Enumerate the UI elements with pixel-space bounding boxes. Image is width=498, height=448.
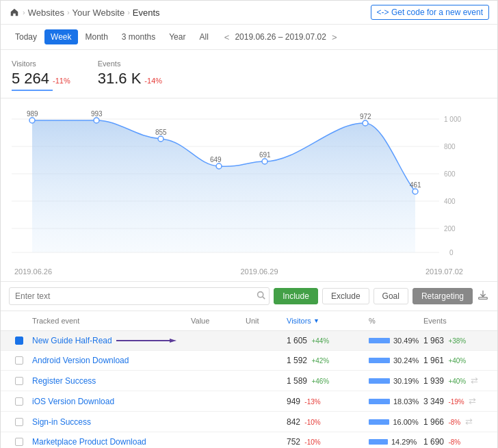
row-value <box>188 358 243 363</box>
pct-text: 14.29% <box>391 438 417 446</box>
row-checkbox-cell[interactable] <box>9 334 29 347</box>
time-btn-3months[interactable]: 3 months <box>116 29 161 44</box>
row-unit <box>243 399 284 404</box>
sep-2: › <box>67 8 70 16</box>
event-name-link[interactable]: Register Success <box>32 376 96 386</box>
svg-rect-28 <box>479 298 488 300</box>
svg-text:200: 200 <box>444 225 456 233</box>
time-filter-bar: Today Week Month 3 months Year All < 201… <box>1 25 497 50</box>
svg-text:461: 461 <box>410 181 421 189</box>
row-checkbox-cell[interactable] <box>9 354 29 367</box>
svg-point-18 <box>412 189 418 194</box>
row-event-name[interactable]: Android Version Download <box>29 353 188 368</box>
time-btn-month[interactable]: Month <box>79 29 114 44</box>
row-unit <box>243 378 284 384</box>
col-unit: Unit <box>243 315 284 327</box>
row-action-icon[interactable]: ⇄ <box>469 396 476 406</box>
row-checkbox-cell[interactable] <box>9 374 29 388</box>
row-events: 1 966 -8% ⇄ <box>421 414 489 430</box>
row-checkbox[interactable] <box>15 397 23 406</box>
sep-3: › <box>127 8 130 16</box>
search-input[interactable] <box>9 287 270 305</box>
svg-point-17 <box>363 120 368 126</box>
row-event-name[interactable]: New Guide Half-Read <box>29 333 188 348</box>
svg-text:1 000: 1 000 <box>444 116 461 123</box>
event-name-link[interactable]: New Guide Half-Read <box>32 336 112 345</box>
col-pct: % <box>366 315 421 327</box>
time-btn-year[interactable]: Year <box>163 29 192 44</box>
row-pct: 18.03% <box>366 395 421 408</box>
row-checkbox[interactable] <box>15 418 23 426</box>
row-value <box>188 399 243 404</box>
pct-bar <box>369 358 390 363</box>
row-event-name[interactable]: Sign-in Success <box>29 414 188 430</box>
visitors-value: 5 264 -11% <box>12 70 70 88</box>
row-action-icon[interactable]: ⇄ <box>465 417 473 427</box>
row-action-icon[interactable]: ⇄ <box>471 375 478 386</box>
breadcrumb-websites[interactable]: Websites <box>28 8 64 18</box>
svg-text:800: 800 <box>444 143 456 150</box>
row-checkbox-cell[interactable] <box>9 415 29 429</box>
svg-point-15 <box>216 163 222 169</box>
svg-text:989: 989 <box>27 110 38 118</box>
time-btn-week[interactable]: Week <box>44 29 77 44</box>
pct-bar <box>369 419 389 425</box>
goal-button[interactable]: Goal <box>374 288 408 304</box>
header: › Websites › Your Website › Events <-> G… <box>1 1 497 25</box>
breadcrumb-website[interactable]: Your Website <box>73 8 125 18</box>
row-checkbox-cell[interactable] <box>9 395 29 408</box>
row-pct: 30.49% <box>366 334 421 347</box>
row-visitors: 1 605 +44% <box>284 333 366 348</box>
col-visitors[interactable]: Visitors ▼ <box>284 315 366 327</box>
date-prev[interactable]: < <box>222 31 233 44</box>
exclude-button[interactable]: Exclude <box>322 288 369 304</box>
row-checkbox[interactable] <box>15 356 23 365</box>
time-btn-today[interactable]: Today <box>9 29 43 44</box>
row-event-name[interactable]: Register Success <box>29 373 188 388</box>
date-next[interactable]: > <box>329 31 340 44</box>
event-name-link[interactable]: Android Version Download <box>32 356 129 365</box>
include-button[interactable]: Include <box>274 288 318 304</box>
pct-bar <box>369 338 390 343</box>
date-range: < 2019.06.26 – 2019.07.02 > <box>222 31 340 44</box>
filter-bar: Include Exclude Goal Retargeting <box>1 282 497 311</box>
row-checkbox[interactable] <box>15 337 23 345</box>
row-checkbox[interactable] <box>15 438 23 446</box>
events-stat: Events 31.6 K -14% <box>98 60 162 91</box>
row-checkbox[interactable] <box>15 377 23 385</box>
pct-text: 16.00% <box>393 418 418 426</box>
table-row: Android Version Download 1 592 +42% 30.2… <box>1 351 497 371</box>
sep-1: › <box>23 8 25 16</box>
pct-text: 30.19% <box>393 377 418 385</box>
event-name-link[interactable]: Sign-in Success <box>32 417 91 427</box>
chart-date-1: 2019.06.26 <box>14 267 52 276</box>
time-btn-all[interactable]: All <box>193 29 214 44</box>
event-name-link[interactable]: Marketplace Product Download <box>32 437 146 447</box>
get-code-button[interactable]: <-> Get code for a new event <box>371 5 489 20</box>
row-unit <box>243 338 284 343</box>
visitors-label: Visitors <box>12 60 70 68</box>
visitors-change-badge: -10% <box>302 418 322 427</box>
event-name-link[interactable]: iOS Version Download <box>32 397 114 406</box>
events-change-badge: -8% <box>446 438 462 447</box>
row-checkbox-cell[interactable] <box>9 435 29 448</box>
events-value: 31.6 K -14% <box>98 70 162 88</box>
chart-date-3: 2019.07.02 <box>425 267 463 276</box>
home-icon[interactable] <box>9 7 20 18</box>
pct-bar <box>369 399 390 404</box>
row-visitors: 842 -10% <box>284 414 366 430</box>
table-row: Register Success 1 589 +46% 30.19% 1 939… <box>1 371 497 391</box>
visitors-change-badge: +42% <box>309 356 331 365</box>
events-change-badge: +38% <box>446 337 468 345</box>
svg-point-12 <box>29 118 35 123</box>
row-event-name[interactable]: Marketplace Product Download <box>29 434 188 448</box>
download-icon[interactable] <box>477 289 489 304</box>
visitors-stat: Visitors 5 264 -11% <box>12 60 70 91</box>
row-events: 1 961 +40% <box>421 353 489 368</box>
retargeting-button[interactable]: Retargeting <box>412 288 473 304</box>
row-visitors: 752 -10% <box>284 434 366 448</box>
search-wrap <box>9 287 270 305</box>
svg-point-14 <box>158 136 163 142</box>
row-event-name[interactable]: iOS Version Download <box>29 394 188 409</box>
pct-bar <box>369 439 388 445</box>
